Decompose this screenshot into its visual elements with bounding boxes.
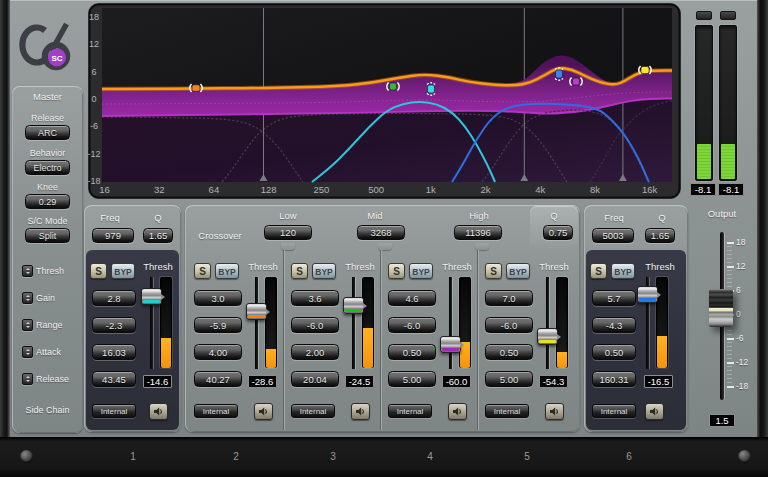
svg-text:-12: -12 (88, 149, 101, 159)
svg-text:12: 12 (89, 39, 99, 49)
svg-text:0: 0 (91, 94, 96, 104)
svg-text:64: 64 (209, 184, 220, 195)
svg-text:SC: SC (51, 54, 62, 63)
svg-text:1k: 1k (426, 184, 436, 195)
svg-text:18: 18 (89, 12, 99, 22)
svg-text:6: 6 (91, 67, 96, 77)
svg-text:-6: -6 (90, 121, 98, 131)
svg-text:16: 16 (99, 184, 110, 195)
svg-text:16k: 16k (642, 184, 658, 195)
svg-text:4k: 4k (535, 184, 545, 195)
svg-text:250: 250 (313, 184, 329, 195)
svg-text:32: 32 (154, 184, 165, 195)
svg-text:-18: -18 (88, 176, 101, 186)
svg-text:128: 128 (261, 184, 277, 195)
svg-text:500: 500 (368, 184, 384, 195)
svg-text:8k: 8k (590, 184, 600, 195)
svg-text:2k: 2k (480, 184, 490, 195)
